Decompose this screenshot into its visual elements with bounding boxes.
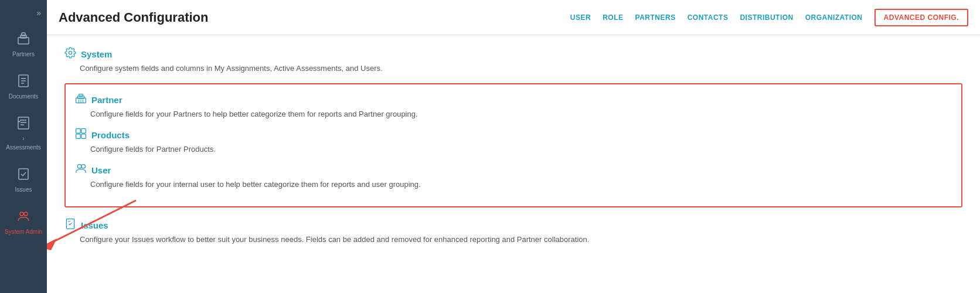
sidebar-item-assessments[interactable]: › Assessments xyxy=(0,108,47,159)
svg-rect-23 xyxy=(76,134,81,139)
sidebar-item-partners-label: Partners xyxy=(12,51,35,57)
sidebar-item-issues[interactable]: Issues xyxy=(0,159,47,201)
svg-point-25 xyxy=(77,165,81,169)
sidebar-item-assessments-label: Assessments xyxy=(6,144,40,151)
user-icon xyxy=(75,163,87,178)
sidebar: » Partners Documents › Assessments Issue… xyxy=(0,0,47,293)
sysadmin-icon xyxy=(16,209,30,226)
sidebar-item-documents-label: Documents xyxy=(9,93,39,100)
page-title: Advanced Configuration xyxy=(59,10,570,25)
svg-rect-11 xyxy=(19,169,28,179)
nav-contacts[interactable]: CONTACTS xyxy=(688,13,729,22)
user-desc: Configure fields for your internal user … xyxy=(90,180,952,189)
redbox-section: Partner Configure fields for your Partne… xyxy=(64,83,962,207)
products-section: Products Configure fields for Partner Pr… xyxy=(75,128,952,154)
products-section-header: Products xyxy=(75,128,952,142)
system-section-header: System xyxy=(64,47,962,62)
issues-title[interactable]: Issues xyxy=(81,220,108,230)
svg-rect-17 xyxy=(79,94,83,97)
issues-section-header: Issues xyxy=(64,218,962,233)
system-icon xyxy=(64,47,76,62)
documents-icon xyxy=(16,74,30,91)
svg-marker-28 xyxy=(47,239,57,250)
issues-section-icon xyxy=(64,218,76,233)
system-desc: Configure system fields and columns in M… xyxy=(80,64,962,73)
user-section: User Configure fields for your internal … xyxy=(75,163,952,189)
partner-section-header: Partner xyxy=(75,93,952,107)
assessments-icon xyxy=(16,116,30,133)
svg-point-26 xyxy=(81,165,86,169)
svg-point-12 xyxy=(20,212,23,216)
sidebar-item-sysadmin-label: System Admin xyxy=(5,229,42,235)
partner-section: Partner Configure fields for your Partne… xyxy=(75,93,952,118)
sidebar-item-partners[interactable]: Partners xyxy=(0,23,47,66)
products-title[interactable]: Products xyxy=(91,130,130,140)
partner-desc: Configure fields for your Partners to he… xyxy=(90,110,952,118)
svg-rect-2 xyxy=(22,33,25,36)
nav-distribution[interactable]: DISTRIBUTION xyxy=(740,13,793,22)
products-desc: Configure fields for Partner Products. xyxy=(90,145,952,154)
svg-rect-22 xyxy=(81,129,86,134)
issues-desc: Configure your Issues workflow to better… xyxy=(80,235,962,244)
svg-rect-7 xyxy=(18,117,29,129)
nav-links: USER ROLE PARTNERS CONTACTS DISTRIBUTION… xyxy=(570,9,968,26)
system-section: System Configure system fields and colum… xyxy=(64,47,962,73)
sidebar-item-assessments-expand[interactable]: › xyxy=(22,135,24,142)
svg-point-14 xyxy=(69,52,72,54)
content-area: System Configure system fields and colum… xyxy=(47,35,980,293)
sidebar-item-issues-label: Issues xyxy=(15,186,32,193)
svg-point-13 xyxy=(24,212,28,216)
nav-partners[interactable]: PARTNERS xyxy=(635,13,676,22)
sidebar-item-documents[interactable]: Documents xyxy=(0,66,47,108)
partners-icon xyxy=(16,32,30,49)
user-title[interactable]: User xyxy=(91,165,111,175)
nav-advconfig[interactable]: ADVANCED CONFIG. xyxy=(874,9,968,26)
issues-section: Issues Configure your Issues workflow to… xyxy=(64,218,962,244)
partner-icon xyxy=(75,93,87,107)
partner-title[interactable]: Partner xyxy=(91,95,122,105)
nav-role[interactable]: ROLE xyxy=(603,13,623,22)
svg-rect-24 xyxy=(81,134,86,139)
products-icon xyxy=(75,128,87,142)
nav-user[interactable]: USER xyxy=(570,13,591,22)
top-navigation: Advanced Configuration USER ROLE PARTNER… xyxy=(47,0,980,35)
sidebar-item-sysadmin[interactable]: System Admin xyxy=(0,201,47,243)
svg-rect-21 xyxy=(76,129,81,134)
system-title[interactable]: System xyxy=(81,49,112,59)
issues-icon xyxy=(16,167,30,184)
sidebar-toggle[interactable]: » xyxy=(36,5,47,23)
nav-organization[interactable]: ORGANIZATION xyxy=(805,13,863,22)
main-content: Advanced Configuration USER ROLE PARTNER… xyxy=(47,0,980,293)
user-section-header: User xyxy=(75,163,952,178)
